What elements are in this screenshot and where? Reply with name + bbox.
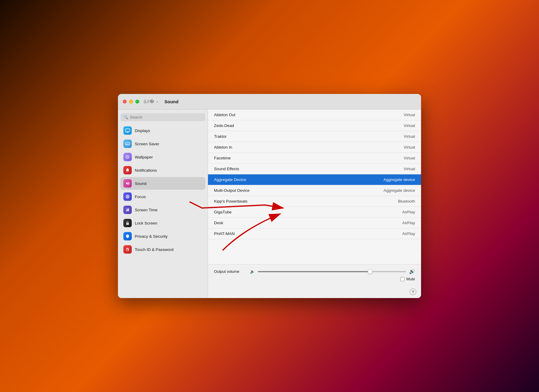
back-button[interactable]: &#� bbox=[145, 98, 152, 105]
help-button[interactable]: ? bbox=[410, 288, 416, 295]
forward-button[interactable]: › bbox=[154, 98, 161, 105]
svg-rect-9 bbox=[127, 209, 128, 211]
device-type: Aggregate device bbox=[384, 177, 415, 182]
sidebar-item-notifications[interactable]: Notifications bbox=[120, 164, 205, 176]
device-row-ableton-in[interactable]: Ableton In Virtual bbox=[208, 142, 421, 153]
device-name: PHAT-MAN bbox=[214, 231, 402, 236]
mute-checkbox[interactable] bbox=[400, 277, 405, 281]
volume-track bbox=[258, 271, 369, 272]
sidebar-item-displays[interactable]: Displays bbox=[120, 124, 205, 137]
device-row-aggregate[interactable]: Aggregate Device Aggregate device bbox=[208, 174, 421, 185]
device-row-desk[interactable]: Desk AirPlay bbox=[208, 218, 421, 228]
search-bar[interactable]: 🔍 bbox=[120, 113, 205, 121]
main-content: Ableton Out Virtual Zeds-Dead Virtual Tr… bbox=[208, 110, 421, 298]
privacy-icon bbox=[123, 232, 132, 240]
touchid-icon bbox=[123, 245, 132, 254]
volume-low-icon: 🔈 bbox=[250, 269, 255, 274]
volume-label: Output volume bbox=[214, 269, 247, 274]
close-button[interactable] bbox=[123, 100, 127, 104]
device-name: Traktor bbox=[214, 134, 404, 139]
device-type: Virtual bbox=[404, 167, 415, 171]
sidebar-label-sound: Sound bbox=[135, 181, 146, 186]
sound-icon bbox=[123, 179, 132, 188]
displays-icon bbox=[123, 126, 132, 135]
maximize-button[interactable] bbox=[135, 100, 139, 104]
search-input[interactable] bbox=[130, 115, 202, 119]
device-type: AirPlay bbox=[402, 210, 415, 214]
device-type: AirPlay bbox=[402, 231, 415, 236]
volume-slider[interactable] bbox=[258, 271, 406, 272]
sidebar-item-sound[interactable]: Sound bbox=[120, 177, 205, 190]
sidebar-item-screentime[interactable]: Screen Time bbox=[120, 204, 205, 216]
sidebar-label-touchid: Touch ID & Password bbox=[135, 247, 173, 252]
mute-row: Mute bbox=[214, 277, 415, 281]
device-list: Ableton Out Virtual Zeds-Dead Virtual Tr… bbox=[208, 110, 421, 264]
device-name: Ableton In bbox=[214, 145, 404, 149]
svg-point-5 bbox=[127, 157, 128, 158]
title-bar: &#� › Sound bbox=[118, 94, 421, 110]
sidebar-item-wallpaper[interactable]: Wallpaper bbox=[120, 151, 205, 163]
device-type: Aggregate device bbox=[384, 188, 415, 193]
focus-icon bbox=[123, 192, 132, 201]
device-name: GigaTube bbox=[214, 210, 402, 214]
search-icon: 🔍 bbox=[123, 115, 128, 119]
device-row-facetime[interactable]: Facetime Virtual bbox=[208, 153, 421, 164]
sidebar-label-notifications: Notifications bbox=[135, 168, 157, 173]
lockscreen-icon bbox=[123, 219, 132, 227]
device-row-ableton-out[interactable]: Ableton Out Virtual bbox=[208, 110, 421, 120]
volume-section: Output volume 🔈 🔊 Mute bbox=[208, 264, 421, 285]
help-section: ? bbox=[208, 285, 421, 298]
sidebar-item-lockscreen[interactable]: Lock Screen bbox=[120, 217, 205, 229]
nav-buttons: &#� › bbox=[145, 98, 161, 105]
device-row-multi-output[interactable]: Multi-Output Device Aggregate device bbox=[208, 185, 421, 196]
volume-high-icon: 🔊 bbox=[409, 269, 415, 274]
device-row-traktor[interactable]: Traktor Virtual bbox=[208, 131, 421, 142]
device-row-powerbeats[interactable]: Kipp's Powerbeats Bluetooth bbox=[208, 196, 421, 207]
sidebar-label-wallpaper: Wallpaper bbox=[135, 155, 153, 159]
sidebar-item-screensaver[interactable]: Screen Saver bbox=[120, 137, 205, 150]
device-name: Aggregate Device bbox=[214, 177, 384, 182]
device-name: Ableton Out bbox=[214, 113, 404, 117]
device-type: Virtual bbox=[404, 134, 415, 139]
sidebar-label-screensaver: Screen Saver bbox=[135, 142, 159, 146]
notifications-icon bbox=[123, 166, 132, 174]
sidebar-label-screentime: Screen Time bbox=[135, 208, 158, 212]
mute-label: Mute bbox=[406, 277, 415, 281]
sidebar-label-privacy: Privacy & Security bbox=[135, 234, 168, 239]
svg-rect-8 bbox=[126, 210, 127, 211]
svg-rect-2 bbox=[126, 132, 129, 132]
volume-thumb[interactable] bbox=[368, 269, 372, 274]
svg-rect-1 bbox=[127, 132, 128, 133]
sidebar-item-privacy[interactable]: Privacy & Security bbox=[120, 230, 205, 243]
sidebar-label-lockscreen: Lock Screen bbox=[135, 221, 157, 225]
screentime-icon bbox=[123, 206, 132, 214]
device-name: Desk bbox=[214, 221, 402, 225]
device-type: Virtual bbox=[404, 145, 415, 149]
device-name: Facetime bbox=[214, 156, 404, 160]
settings-window: &#� › Sound 🔍 Displays bbox=[118, 94, 421, 298]
sidebar: 🔍 Displays Screen Saver bbox=[118, 110, 208, 298]
device-row-zeds-dead[interactable]: Zeds-Dead Virtual bbox=[208, 120, 421, 131]
svg-rect-10 bbox=[128, 209, 129, 211]
device-name: Multi-Output Device bbox=[214, 188, 384, 193]
svg-rect-0 bbox=[125, 129, 130, 132]
window-title: Sound bbox=[164, 99, 179, 104]
device-name: Kipp's Powerbeats bbox=[214, 199, 398, 204]
svg-point-6 bbox=[127, 196, 128, 197]
svg-point-12 bbox=[127, 224, 128, 224]
sidebar-label-focus: Focus bbox=[135, 194, 146, 199]
device-row-sound-effects[interactable]: Sound Effects Virtual bbox=[208, 164, 421, 174]
device-name: Zeds-Dead bbox=[214, 123, 404, 128]
sidebar-item-touchid[interactable]: Touch ID & Password bbox=[120, 243, 205, 256]
device-name: Sound Effects bbox=[214, 167, 404, 171]
device-row-phatman[interactable]: PHAT-MAN AirPlay bbox=[208, 228, 421, 239]
content-area: 🔍 Displays Screen Saver bbox=[118, 110, 421, 298]
sidebar-item-focus[interactable]: Focus bbox=[120, 190, 205, 203]
device-type: Virtual bbox=[404, 156, 415, 160]
device-type: Bluetooth bbox=[398, 199, 415, 204]
device-row-gigatube[interactable]: GigaTube AirPlay bbox=[208, 207, 421, 218]
wallpaper-icon bbox=[123, 153, 132, 161]
minimize-button[interactable] bbox=[129, 100, 133, 104]
device-type: Virtual bbox=[404, 113, 415, 117]
volume-row: Output volume 🔈 🔊 bbox=[214, 269, 415, 274]
